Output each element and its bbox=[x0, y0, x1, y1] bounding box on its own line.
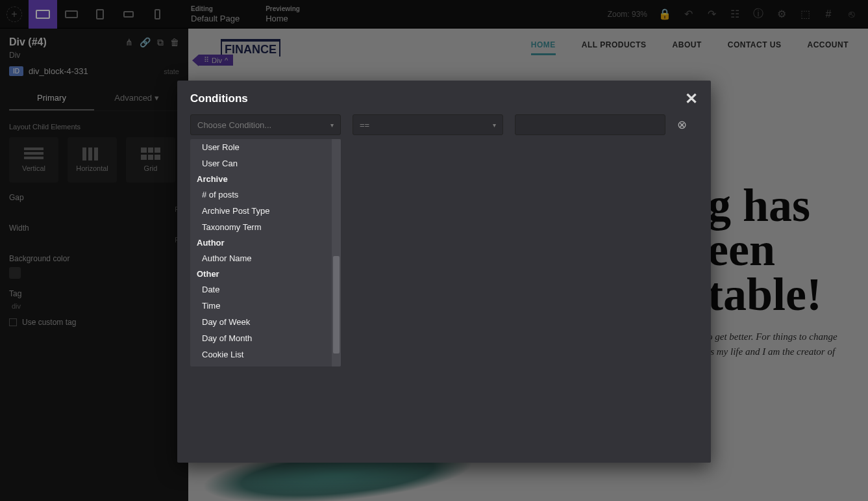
scrollbar-thumb[interactable] bbox=[333, 256, 340, 353]
copy-icon[interactable]: ⧉ bbox=[157, 37, 164, 48]
tab-advanced[interactable]: Advanced ▾ bbox=[94, 86, 179, 110]
id-chip: ID bbox=[9, 66, 23, 76]
element-subtitle: Div bbox=[9, 51, 179, 60]
zoom-label: Zoom: 93% bbox=[608, 10, 647, 19]
condition-select[interactable]: Choose Condition... ▾ bbox=[190, 114, 341, 135]
layout-horizontal[interactable]: Horizontal bbox=[68, 137, 117, 183]
width-unit[interactable]: P bbox=[9, 237, 179, 244]
bg-swatch[interactable] bbox=[9, 267, 21, 279]
redo-icon[interactable]: ↷ bbox=[706, 8, 717, 20]
layout-vertical[interactable]: Vertical bbox=[9, 137, 58, 183]
add-button[interactable]: + bbox=[6, 6, 22, 22]
dropdown-item[interactable]: User Role bbox=[190, 139, 332, 155]
element-title: Div (#4) bbox=[9, 36, 47, 48]
preview-value: Home bbox=[266, 14, 300, 23]
scrollbar[interactable] bbox=[332, 139, 341, 366]
operator-select[interactable]: == ▾ bbox=[353, 114, 503, 135]
exit-icon[interactable]: ⎋ bbox=[846, 8, 858, 20]
chevron-down-icon: ▾ bbox=[493, 122, 496, 129]
custom-tag-checkbox[interactable]: Use custom tag bbox=[9, 318, 179, 327]
settings-icon[interactable]: ⚙ bbox=[776, 8, 787, 20]
hierarchy-icon[interactable]: ⋔ bbox=[125, 37, 133, 48]
dropdown-item[interactable]: Time bbox=[190, 298, 332, 314]
grid-icon[interactable]: # bbox=[823, 8, 834, 20]
delete-icon[interactable]: 🗑 bbox=[170, 37, 179, 48]
device-tablet-land[interactable] bbox=[114, 0, 143, 29]
tag-label: Tag bbox=[9, 289, 179, 298]
dropdown-item[interactable]: Date bbox=[190, 281, 332, 298]
dropdown-group: Archive bbox=[190, 172, 332, 186]
topbar: + Editing Default Page Previewing Home Z… bbox=[0, 0, 868, 29]
layout-grid[interactable]: Grid bbox=[126, 137, 175, 183]
modal-title: Conditions bbox=[177, 81, 711, 114]
conditions-modal: Conditions ✕ Choose Condition... ▾ == ▾ … bbox=[177, 81, 711, 463]
remove-condition-icon[interactable]: ⊗ bbox=[677, 118, 687, 132]
dropdown-group: Author bbox=[190, 235, 332, 250]
chevron-down-icon: ▾ bbox=[155, 93, 159, 103]
bg-label: Background color bbox=[9, 254, 179, 263]
state-label[interactable]: state bbox=[164, 68, 179, 75]
preview-label: Previewing bbox=[266, 5, 300, 12]
dropdown-item[interactable]: Author Name bbox=[190, 250, 332, 266]
editing-value: Default Page bbox=[191, 14, 240, 23]
device-group bbox=[29, 0, 171, 29]
dropdown-item[interactable]: User Can bbox=[190, 155, 332, 172]
link-icon[interactable]: 🔗 bbox=[140, 37, 151, 48]
help-icon[interactable]: ⓘ bbox=[752, 8, 764, 20]
tab-primary[interactable]: Primary bbox=[9, 86, 94, 110]
device-tablet[interactable] bbox=[86, 0, 114, 29]
dropdown-item[interactable]: Day of Week bbox=[190, 314, 332, 330]
chevron-down-icon: ▾ bbox=[330, 122, 334, 129]
condition-dropdown: User RoleUser CanArchive# of postsArchiv… bbox=[190, 139, 341, 366]
editing-select[interactable]: Editing Default Page bbox=[191, 5, 240, 23]
dropdown-group: Other bbox=[190, 266, 332, 281]
device-desktop[interactable] bbox=[29, 0, 57, 29]
lock-icon[interactable]: 🔒 bbox=[659, 8, 671, 20]
layout-section-label: Layout Child Elements bbox=[9, 123, 179, 131]
gap-unit[interactable]: P bbox=[9, 206, 179, 213]
undo-icon[interactable]: ↶ bbox=[682, 8, 694, 20]
sidebar: Div (#4) ⋔ 🔗 ⧉ 🗑 Div ID div_block-4-331 … bbox=[0, 29, 188, 501]
close-icon[interactable]: ✕ bbox=[685, 90, 698, 108]
dropdown-item[interactable]: # of posts bbox=[190, 186, 332, 203]
preview-select[interactable]: Previewing Home bbox=[266, 5, 300, 23]
gap-label: Gap bbox=[9, 193, 179, 202]
device-phone[interactable] bbox=[143, 0, 171, 29]
dropdown-item[interactable]: Day of Month bbox=[190, 330, 332, 346]
width-label: Width bbox=[9, 224, 179, 233]
dropdown-item[interactable]: Session Variables bbox=[190, 363, 332, 366]
editing-label: Editing bbox=[191, 5, 240, 12]
dropdown-item[interactable]: Cookie List bbox=[190, 346, 332, 363]
phone-icon[interactable]: ⬚ bbox=[799, 8, 811, 20]
structure-icon[interactable]: ☷ bbox=[729, 8, 741, 20]
id-value[interactable]: div_block-4-331 bbox=[29, 66, 158, 76]
dropdown-item[interactable]: Taxonomy Term bbox=[190, 219, 332, 235]
value-input[interactable] bbox=[515, 114, 665, 135]
tag-value[interactable]: div bbox=[9, 302, 179, 310]
dropdown-item[interactable]: Archive Post Type bbox=[190, 203, 332, 219]
device-laptop[interactable] bbox=[57, 0, 86, 29]
